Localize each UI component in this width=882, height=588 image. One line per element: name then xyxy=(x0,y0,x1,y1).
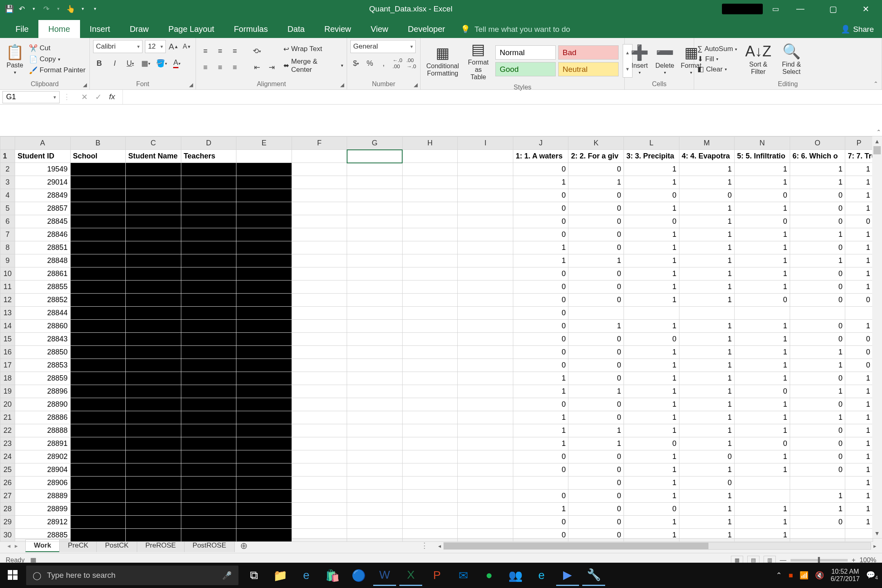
cell-G1[interactable] xyxy=(347,150,403,163)
cell-K2[interactable]: 0 xyxy=(568,163,624,176)
merge-center-button[interactable]: ⬌Merge & Center▾ xyxy=(283,58,343,74)
cell-B30[interactable] xyxy=(70,529,126,542)
cell-B9[interactable] xyxy=(70,254,126,267)
cell-I2[interactable] xyxy=(458,163,513,176)
cell-O9[interactable]: 1 xyxy=(790,254,845,267)
row-header-2[interactable]: 2 xyxy=(0,163,15,176)
percent-format-icon[interactable]: % xyxy=(364,57,376,69)
row-header-28[interactable]: 28 xyxy=(0,503,15,516)
cell-H1[interactable] xyxy=(402,150,458,163)
style-neutral[interactable]: Neutral xyxy=(558,62,619,76)
cell-styles-gallery[interactable]: Normal Bad Good Neutral xyxy=(495,45,619,76)
redo-icon[interactable]: ↷ xyxy=(42,4,51,13)
cell-H18[interactable] xyxy=(402,372,458,385)
cell-K21[interactable]: 0 xyxy=(568,411,624,424)
cell-M12[interactable]: 1 xyxy=(679,294,735,307)
cell-H17[interactable] xyxy=(402,359,458,372)
undo-icon[interactable]: ↶ xyxy=(17,4,26,13)
cell-O17[interactable]: 1 xyxy=(790,359,845,372)
cell-M7[interactable]: 1 xyxy=(679,228,735,241)
cell-G24[interactable] xyxy=(347,450,403,463)
maximize-button[interactable]: ▢ xyxy=(821,0,845,18)
cell-M27[interactable]: 1 xyxy=(679,490,735,503)
cell-B24[interactable] xyxy=(70,450,126,463)
cell-C16[interactable] xyxy=(126,346,181,359)
taskbar-excel-icon[interactable]: X xyxy=(399,565,422,586)
cell-J11[interactable]: 0 xyxy=(513,281,568,294)
cell-C5[interactable] xyxy=(126,202,181,215)
align-bottom-icon[interactable]: ≡ xyxy=(229,45,241,57)
cell-L13[interactable] xyxy=(624,307,679,320)
cell-E28[interactable] xyxy=(236,503,292,516)
cell-J1[interactable]: 1: 1. A waters xyxy=(513,150,568,163)
cell-K12[interactable]: 0 xyxy=(568,294,624,307)
align-left-icon[interactable]: ≡ xyxy=(199,61,212,74)
horizontal-scrollbar[interactable]: ◂ ▸ xyxy=(432,542,882,550)
cell-G8[interactable] xyxy=(347,241,403,254)
cut-button[interactable]: ✂️Cut xyxy=(29,44,85,53)
cell-A28[interactable]: 28899 xyxy=(15,503,71,516)
row-header-3[interactable]: 3 xyxy=(0,176,15,189)
cell-M16[interactable]: 1 xyxy=(679,346,735,359)
cell-M13[interactable] xyxy=(679,307,735,320)
cell-C14[interactable] xyxy=(126,320,181,333)
tell-me-search[interactable]: 💡 Tell me what you want to do xyxy=(455,24,841,38)
cell-J17[interactable]: 0 xyxy=(513,359,568,372)
cell-K30[interactable]: 0 xyxy=(568,529,624,542)
cell-B3[interactable] xyxy=(70,176,126,189)
row-header-1[interactable]: 1 xyxy=(0,150,15,163)
cell-C27[interactable] xyxy=(126,490,181,503)
cell-O5[interactable]: 0 xyxy=(790,202,845,215)
cell-N20[interactable]: 1 xyxy=(735,398,790,411)
cell-G7[interactable] xyxy=(347,228,403,241)
row-header-8[interactable]: 8 xyxy=(0,241,15,254)
cell-N4[interactable]: 0 xyxy=(735,189,790,202)
cell-E13[interactable] xyxy=(236,307,292,320)
cell-K8[interactable]: 0 xyxy=(568,241,624,254)
cell-B21[interactable] xyxy=(70,411,126,424)
style-good[interactable]: Good xyxy=(495,62,556,76)
cell-J9[interactable]: 1 xyxy=(513,254,568,267)
cell-D11[interactable] xyxy=(181,281,236,294)
taskbar-file-explorer-icon[interactable]: 📁 xyxy=(269,565,292,586)
cell-J27[interactable]: 0 xyxy=(513,490,568,503)
cell-M9[interactable]: 1 xyxy=(679,254,735,267)
col-header-N[interactable]: N xyxy=(735,137,790,150)
cell-L14[interactable]: 1 xyxy=(624,320,679,333)
cell-I30[interactable] xyxy=(458,529,513,542)
font-size-combo[interactable]: 12▾ xyxy=(145,40,165,53)
cell-D22[interactable] xyxy=(181,424,236,437)
cell-C12[interactable] xyxy=(126,294,181,307)
cell-H19[interactable] xyxy=(402,385,458,398)
cell-E11[interactable] xyxy=(236,281,292,294)
row-header-16[interactable]: 16 xyxy=(0,346,15,359)
tab-developer[interactable]: Developer xyxy=(398,20,455,38)
cell-J3[interactable]: 1 xyxy=(513,176,568,189)
cell-O8[interactable]: 0 xyxy=(790,241,845,254)
cell-B28[interactable] xyxy=(70,503,126,516)
align-center-icon[interactable]: ≡ xyxy=(214,61,226,74)
cell-A12[interactable]: 28852 xyxy=(15,294,71,307)
cell-B14[interactable] xyxy=(70,320,126,333)
cell-G16[interactable] xyxy=(347,346,403,359)
cell-A16[interactable]: 28850 xyxy=(15,346,71,359)
font-dialog-launcher-icon[interactable]: ◢ xyxy=(189,82,193,88)
cell-L18[interactable]: 1 xyxy=(624,372,679,385)
cell-A10[interactable]: 28861 xyxy=(15,267,71,281)
cell-C24[interactable] xyxy=(126,450,181,463)
taskbar-powershell-icon[interactable]: ▶ xyxy=(556,565,579,586)
cell-N24[interactable]: 1 xyxy=(735,450,790,463)
cell-P25[interactable]: 1 xyxy=(845,463,873,477)
cell-L7[interactable]: 1 xyxy=(624,228,679,241)
autosum-button[interactable]: ∑AutoSum▾ xyxy=(697,45,737,53)
cell-G11[interactable] xyxy=(347,281,403,294)
cell-K4[interactable]: 0 xyxy=(568,189,624,202)
cell-C18[interactable] xyxy=(126,372,181,385)
cell-M4[interactable]: 0 xyxy=(679,189,735,202)
cell-A19[interactable]: 28896 xyxy=(15,385,71,398)
cell-M30[interactable]: 1 xyxy=(679,529,735,542)
cell-D21[interactable] xyxy=(181,411,236,424)
cell-A23[interactable]: 28891 xyxy=(15,437,71,450)
cell-E10[interactable] xyxy=(236,267,292,281)
cell-O14[interactable]: 0 xyxy=(790,320,845,333)
